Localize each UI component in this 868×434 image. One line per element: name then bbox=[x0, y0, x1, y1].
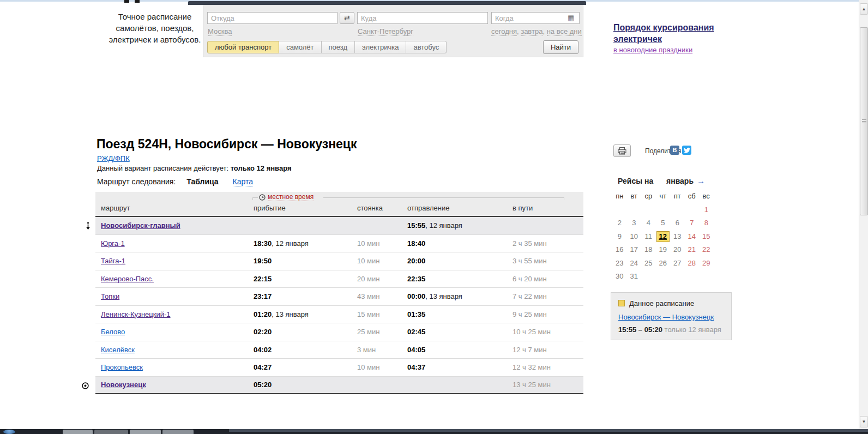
transport-tab[interactable]: самолёт bbox=[279, 41, 321, 53]
calendar-day[interactable]: 23 bbox=[612, 257, 627, 270]
vk-share-icon[interactable]: В bbox=[670, 146, 679, 155]
arrival-cell: 04:27 bbox=[248, 363, 352, 371]
calendar-day[interactable]: 9 bbox=[612, 230, 627, 244]
start-button-remnant[interactable] bbox=[3, 430, 15, 434]
calendar-day[interactable]: 6 bbox=[670, 216, 685, 230]
promo-link-electrichki[interactable]: Порядок курсирования электричек bbox=[613, 22, 717, 45]
taskbar-button[interactable] bbox=[130, 430, 161, 434]
calendar-day[interactable]: 15 bbox=[699, 230, 714, 244]
scroll-up-button[interactable]: ▲ bbox=[860, 3, 868, 15]
scrollbar-thumb[interactable] bbox=[860, 27, 868, 215]
swap-icon: ⇄ bbox=[344, 14, 350, 22]
calendar-day[interactable]: 17 bbox=[627, 243, 642, 257]
table-row: Кемерово-Пасс.22:1520 мин22:356 ч 20 мин bbox=[95, 270, 583, 288]
calendar-day[interactable]: 3 bbox=[627, 216, 642, 230]
route-label: Маршрут следования: bbox=[97, 177, 176, 186]
transport-tab[interactable]: поезд bbox=[322, 41, 355, 53]
calendar-day[interactable]: 24 bbox=[627, 257, 642, 270]
promo-link-holidays[interactable]: в новогодние праздники bbox=[613, 46, 692, 54]
find-button[interactable]: Найти bbox=[543, 40, 578, 54]
station-link[interactable]: Киселёвск bbox=[101, 346, 135, 354]
calendar-day[interactable]: 28 bbox=[685, 257, 700, 270]
calendar-next-month-arrow[interactable]: → bbox=[697, 176, 705, 185]
calendar-day[interactable]: 14 bbox=[685, 230, 700, 244]
station-link[interactable]: Белово bbox=[101, 328, 125, 336]
calendar-day[interactable]: 1 bbox=[699, 203, 714, 217]
table-row: Белово02:2025 мин02:4510 ч 25 мин bbox=[95, 323, 583, 341]
arrival-cell: 19:50 bbox=[248, 257, 352, 265]
calendar-day[interactable]: 20 bbox=[670, 243, 685, 257]
calendar-day bbox=[641, 270, 656, 284]
to-input[interactable] bbox=[357, 12, 488, 24]
taskbar-button[interactable] bbox=[94, 430, 128, 434]
taskbar-button[interactable] bbox=[63, 430, 93, 434]
transport-tab[interactable]: любой транспорт bbox=[207, 41, 279, 53]
station-link[interactable]: Новосибирск-главный bbox=[101, 221, 180, 230]
calendar-day[interactable]: 25 bbox=[641, 257, 656, 270]
calendar-day[interactable]: 10 bbox=[627, 230, 642, 244]
station-link[interactable]: Ленинск-Кузнецкий-1 bbox=[101, 310, 171, 318]
calendar-day-selected[interactable]: 12 bbox=[656, 230, 671, 244]
calendar-day[interactable]: 22 bbox=[699, 243, 714, 257]
transport-tab[interactable]: автобус bbox=[406, 41, 447, 53]
carrier-link[interactable]: РЖД/ФПК bbox=[97, 154, 130, 162]
calendar-day[interactable]: 16 bbox=[612, 243, 627, 257]
twitter-share-icon[interactable] bbox=[682, 146, 691, 155]
calendar-day[interactable]: 4 bbox=[641, 216, 656, 230]
calendar-day[interactable]: 19 bbox=[656, 243, 671, 257]
station-link[interactable]: Новокузнецк bbox=[101, 381, 146, 389]
swap-directions-button[interactable]: ⇄ bbox=[340, 12, 354, 24]
calendar-day[interactable]: 31 bbox=[627, 270, 642, 284]
local-time-text[interactable]: местное время bbox=[268, 193, 314, 201]
table-row: Прокопьевск04:2710 мин04:3712 ч 32 мин bbox=[95, 359, 583, 377]
calendar-day[interactable]: 7 bbox=[685, 216, 700, 230]
transport-tab[interactable]: электричка bbox=[355, 41, 406, 53]
calendar-day[interactable]: 29 bbox=[699, 257, 714, 270]
taskbar-button[interactable] bbox=[162, 430, 194, 434]
arrival-cell: 22:15 bbox=[248, 275, 352, 283]
from-suggestion-link[interactable]: Москва bbox=[208, 27, 232, 36]
station-link[interactable]: Кемерово-Пасс. bbox=[101, 275, 154, 283]
column-header: прибытие bbox=[248, 204, 352, 212]
vertical-scrollbar[interactable]: ▲ ▼ bbox=[859, 0, 868, 429]
calendar-day[interactable]: 2 bbox=[612, 216, 627, 230]
table-row: Новосибирск-главный15:55, 12 января bbox=[95, 217, 583, 235]
when-input[interactable] bbox=[491, 12, 580, 24]
from-input[interactable] bbox=[207, 12, 337, 24]
when-suggestion-link[interactable]: сегодня bbox=[491, 27, 517, 36]
calendar-picker-icon[interactable]: ▦ bbox=[568, 14, 576, 22]
calendar-day[interactable]: 18 bbox=[641, 243, 656, 257]
station-link[interactable]: Юрга-1 bbox=[101, 239, 125, 248]
station-link[interactable]: Прокопьевск bbox=[101, 363, 143, 371]
clock-icon bbox=[259, 194, 266, 201]
departure-cell: 20:00 bbox=[402, 257, 507, 265]
station-link[interactable]: Тайга-1 bbox=[101, 257, 125, 265]
station-link[interactable]: Топки bbox=[101, 292, 119, 300]
calendar-day[interactable]: 5 bbox=[656, 216, 671, 230]
calendar-day[interactable]: 13 bbox=[670, 230, 685, 244]
view-map-tab[interactable]: Карта bbox=[233, 177, 253, 186]
scroll-down-button[interactable]: ▼ bbox=[860, 416, 868, 427]
taskbar[interactable] bbox=[0, 429, 868, 434]
to-suggestion-link[interactable]: Санкт-Петербург bbox=[358, 27, 413, 36]
calendar-day[interactable]: 30 bbox=[612, 270, 627, 284]
print-button[interactable] bbox=[613, 144, 631, 157]
transport-tabs: любой транспортсамолётпоездэлектричкаавт… bbox=[207, 41, 447, 53]
when-suggestion-link[interactable]: на все дни bbox=[547, 27, 582, 36]
legend-route-link[interactable]: Новосибирск — Новокузнецк bbox=[618, 313, 714, 321]
when-suggestion-link[interactable]: завтра bbox=[521, 27, 542, 36]
logo-remnant bbox=[135, 0, 140, 3]
calendar-day bbox=[685, 203, 700, 217]
calendar-day[interactable]: 8 bbox=[699, 216, 714, 230]
calendar-day[interactable]: 11 bbox=[641, 230, 656, 244]
day-header: сб bbox=[685, 190, 700, 203]
calendar-grid: пнвтсрчтптсбвс12345678910111213141516171… bbox=[612, 190, 714, 284]
calendar-day[interactable]: 21 bbox=[685, 243, 700, 257]
column-header: стоянка bbox=[352, 204, 402, 212]
calendar-day[interactable]: 26 bbox=[656, 257, 671, 270]
calendar-day[interactable]: 27 bbox=[670, 257, 685, 270]
stop-cell: 10 мин bbox=[352, 363, 402, 371]
table-row: Топки23:1743 мин00:00, 13 января7 ч 22 м… bbox=[95, 288, 583, 306]
calendar-day-headers: пнвтсрчтптсбвс bbox=[612, 190, 714, 203]
departure-cell: 04:05 bbox=[402, 346, 507, 354]
